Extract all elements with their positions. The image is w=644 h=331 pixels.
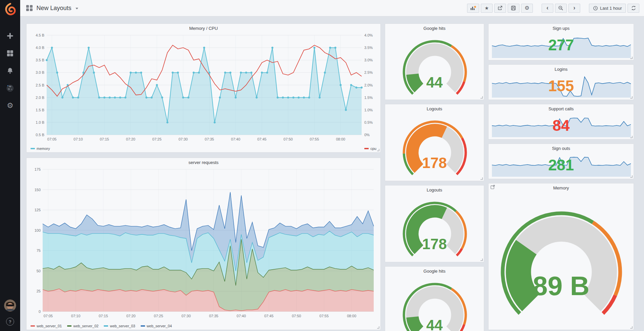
svg-text:07:55: 07:55 bbox=[310, 137, 319, 141]
panel-resize-handle[interactable] bbox=[630, 57, 633, 59]
svg-text:2.0%: 2.0% bbox=[364, 83, 373, 87]
time-range-picker[interactable]: Last 1 hour bbox=[589, 4, 626, 13]
panel-title[interactable]: Logouts bbox=[385, 187, 484, 192]
panel-title[interactable]: Sign outs bbox=[489, 146, 634, 151]
legend-item-web-server-03[interactable]: web_server_03 bbox=[104, 324, 135, 328]
panel-gauge-google-hits: Google hits 44 bbox=[385, 23, 484, 100]
svg-text:3.5 B: 3.5 B bbox=[36, 58, 44, 62]
svg-text:150: 150 bbox=[35, 188, 41, 192]
dashboards-grid-icon[interactable] bbox=[4, 49, 16, 58]
panel-resize-handle[interactable] bbox=[377, 149, 379, 151]
svg-text:4.0 B: 4.0 B bbox=[36, 46, 44, 50]
legend-item-web-server-02[interactable]: web_server_02 bbox=[67, 324, 98, 328]
gauge-value: 178 bbox=[385, 237, 484, 252]
panel-stat-sign-outs: Sign outs 281 bbox=[488, 144, 634, 179]
panel-title[interactable]: Logins bbox=[489, 67, 634, 72]
series-swatch bbox=[104, 325, 108, 327]
svg-text:08:00: 08:00 bbox=[347, 314, 357, 318]
panel-resize-handle[interactable] bbox=[377, 326, 379, 329]
legend-item-web-server-04[interactable]: web_server_04 bbox=[141, 324, 172, 328]
help-icon[interactable]: ? bbox=[6, 318, 14, 326]
svg-text:07:45: 07:45 bbox=[264, 314, 274, 318]
time-back-button[interactable]: ‹ bbox=[542, 4, 553, 13]
worldping-globe-icon[interactable] bbox=[4, 84, 16, 93]
external-link-icon[interactable] bbox=[490, 184, 495, 191]
panel-title[interactable]: Sign ups bbox=[489, 26, 634, 31]
zoom-out-button[interactable] bbox=[555, 4, 567, 13]
panel-resize-handle[interactable] bbox=[630, 175, 633, 178]
star-button[interactable]: ★ bbox=[481, 4, 493, 13]
chevron-down-icon bbox=[76, 8, 78, 9]
legend-label: web_server_02 bbox=[73, 324, 98, 328]
dashboard-title-button[interactable]: New Layouts bbox=[26, 5, 78, 12]
help-glyph: ? bbox=[9, 319, 11, 324]
svg-text:07:05: 07:05 bbox=[44, 314, 53, 318]
svg-text:0: 0 bbox=[39, 310, 41, 314]
panel-stat-support-calls: Support calls 84 bbox=[488, 104, 634, 140]
cpu-swatch bbox=[364, 148, 369, 149]
add-panel-button[interactable] bbox=[467, 4, 479, 13]
legend-label: web_server_04 bbox=[147, 324, 172, 328]
panel-stat-logins: Logins 155 bbox=[488, 64, 634, 100]
panel-title[interactable]: Google hits bbox=[385, 26, 484, 31]
stat-value: 281 bbox=[489, 157, 634, 173]
legend-item-cpu[interactable]: cpu bbox=[364, 147, 376, 151]
svg-text:07:20: 07:20 bbox=[126, 137, 135, 141]
legend-item-memory[interactable]: memory bbox=[31, 147, 50, 151]
legend-label: cpu bbox=[370, 147, 376, 151]
star-icon: ★ bbox=[485, 6, 489, 10]
panel-resize-handle[interactable] bbox=[630, 136, 633, 138]
panel-resize-handle[interactable] bbox=[480, 259, 483, 261]
chevron-left-icon: ‹ bbox=[546, 5, 548, 11]
svg-text:07:30: 07:30 bbox=[179, 137, 188, 141]
panel-resize-handle[interactable] bbox=[630, 326, 633, 329]
svg-text:2.5%: 2.5% bbox=[364, 70, 373, 74]
grafana-logo[interactable] bbox=[0, 0, 20, 19]
svg-text:4.0%: 4.0% bbox=[364, 33, 373, 37]
dashboard-grid-icon bbox=[26, 5, 33, 11]
page-title: New Layouts bbox=[37, 5, 72, 12]
panel-title[interactable]: Memory / CPU bbox=[27, 26, 380, 31]
memory-cpu-chart[interactable]: 07:0507:1007:1507:2007:2507:3007:3507:40… bbox=[29, 32, 378, 144]
panel-title[interactable]: Support calls bbox=[489, 106, 634, 111]
legend-label: memory bbox=[37, 147, 50, 151]
panel-resize-handle[interactable] bbox=[480, 177, 483, 180]
panel-resize-handle[interactable] bbox=[480, 96, 483, 99]
configuration-gear-icon[interactable]: ⚙ bbox=[4, 101, 16, 110]
svg-text:4.5 B: 4.5 B bbox=[36, 33, 44, 37]
chart-legend: memory cpu bbox=[31, 147, 376, 151]
stat-value: 155 bbox=[489, 78, 634, 94]
svg-text:0.5 B: 0.5 B bbox=[36, 133, 44, 137]
server-requests-chart[interactable]: 07:0507:1007:1507:2007:2507:3007:3507:40… bbox=[29, 166, 378, 320]
panel-title[interactable]: Memory bbox=[489, 185, 634, 190]
svg-text:0%: 0% bbox=[364, 133, 370, 137]
panel-gauge-google-hits-2: Google hits 44 bbox=[385, 266, 484, 331]
settings-button[interactable]: ⚙ bbox=[521, 4, 533, 13]
create-plus-icon[interactable] bbox=[4, 32, 16, 40]
gauge-chart[interactable] bbox=[489, 191, 634, 330]
panel-resize-handle[interactable] bbox=[630, 96, 633, 99]
svg-text:07:40: 07:40 bbox=[237, 314, 246, 318]
time-forward-button[interactable]: › bbox=[568, 4, 580, 13]
time-range-label: Last 1 hour bbox=[600, 6, 622, 11]
refresh-button[interactable] bbox=[628, 4, 639, 13]
panel-title[interactable]: Google hits bbox=[385, 269, 484, 274]
share-button[interactable] bbox=[494, 4, 506, 13]
svg-text:07:30: 07:30 bbox=[182, 314, 191, 318]
save-button[interactable] bbox=[508, 4, 519, 13]
gauge-value: 44 bbox=[385, 318, 484, 331]
svg-text:100: 100 bbox=[35, 228, 41, 232]
user-avatar[interactable] bbox=[4, 299, 16, 312]
svg-text:07:15: 07:15 bbox=[99, 314, 108, 318]
svg-text:07:15: 07:15 bbox=[100, 137, 109, 141]
svg-text:08:00: 08:00 bbox=[336, 137, 346, 141]
legend-item-web-server-01[interactable]: web_server_01 bbox=[31, 324, 62, 328]
panel-title[interactable]: Logouts bbox=[385, 106, 484, 111]
panel-gauge-logouts-2: Logouts 178 bbox=[385, 185, 484, 262]
zoom-out-icon bbox=[558, 5, 563, 11]
panel-title[interactable]: server requests bbox=[27, 160, 380, 165]
svg-text:3.0 B: 3.0 B bbox=[36, 70, 44, 74]
svg-text:07:55: 07:55 bbox=[319, 314, 329, 318]
series-swatch bbox=[67, 325, 72, 327]
alerting-bell-icon[interactable] bbox=[4, 66, 16, 75]
